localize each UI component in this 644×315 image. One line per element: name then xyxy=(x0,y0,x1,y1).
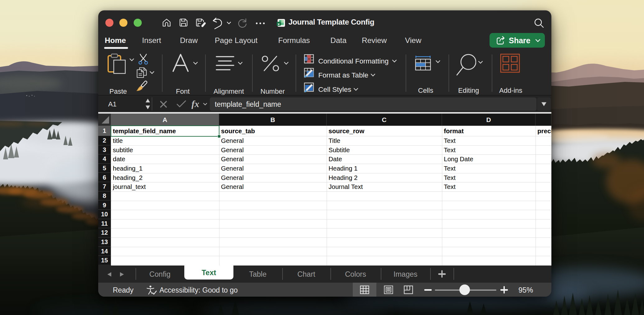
svg-text:x: x xyxy=(278,22,280,26)
